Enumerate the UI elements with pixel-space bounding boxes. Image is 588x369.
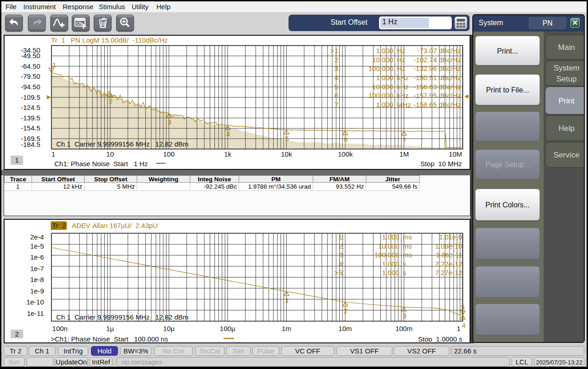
svg-text:-132.96 dBc/Hz: -132.96 dBc/Hz <box>414 65 461 72</box>
svg-text:1:: 1: <box>338 233 344 241</box>
svg-text:Stop 10 MHz: Stop 10 MHz <box>420 160 462 168</box>
svg-text:2: 2 <box>344 307 347 315</box>
svg-text:-124.5: -124.5 <box>21 103 40 111</box>
svg-text:-150.51 dBc/Hz: -150.51 dBc/Hz <box>414 74 461 81</box>
svg-text:Hz: Hz <box>397 47 405 54</box>
svg-text:Ch 1 Carrier 9.99999156 MHz: Ch 1 Carrier 9.99999156 MHz 12.82 dBm <box>56 313 188 321</box>
svg-text:5: 5 <box>285 135 289 142</box>
svg-text:-156.63 dBc/Hz: -156.63 dBc/Hz <box>414 83 461 91</box>
svg-text:1e-8: 1e-8 <box>30 276 44 283</box>
svg-text:ms: ms <box>403 251 412 259</box>
svg-text:2e-4: 2e-4 <box>30 233 44 241</box>
svg-text:ADEV Allan 167µU/ 2.43pU: ADEV Allan 167µU/ 2.43pU <box>72 222 158 229</box>
svg-text:-154.5: -154.5 <box>21 124 40 132</box>
svg-text:1.000: 1.000 <box>382 269 399 277</box>
svg-text:100.000: 100.000 <box>374 251 399 259</box>
svg-text:-73.07 dBc/Hz: -73.07 dBc/Hz <box>417 47 461 54</box>
svg-text:5: 5 <box>461 303 465 311</box>
svg-text:1.000: 1.000 <box>376 101 393 109</box>
svg-text:1:: 1: <box>334 47 340 54</box>
svg-text:10: 10 <box>106 150 114 158</box>
svg-text:3.86e-11: 3.86e-11 <box>436 251 462 259</box>
svg-text:100m: 100m <box>396 325 413 332</box>
svg-text:1.09e-10: 1.09e-10 <box>435 242 462 250</box>
svg-text:1: 1 <box>51 150 55 158</box>
svg-text:3: 3 <box>403 312 406 320</box>
svg-text:Ch 1 Carrier 9.99999156 MHz: Ch 1 Carrier 9.99999156 MHz 12.82 dBm <box>56 140 188 148</box>
svg-text:Hz: Hz <box>397 56 405 64</box>
svg-text:s: s <box>403 260 406 268</box>
svg-text:10M: 10M <box>449 150 462 158</box>
svg-text:1m: 1m <box>282 325 291 332</box>
svg-text:5:: 5: <box>338 269 344 277</box>
svg-text:100µ: 100µ <box>220 325 235 332</box>
svg-text:10µ: 10µ <box>163 325 175 332</box>
svg-text:-184.5: -184.5 <box>21 141 40 148</box>
svg-text:4: 4 <box>226 130 230 138</box>
svg-text:MHz: MHz <box>397 101 411 109</box>
svg-text:100.000: 100.000 <box>369 92 393 99</box>
svg-text:6:: 6: <box>334 92 340 99</box>
svg-text:1: 1 <box>53 61 56 69</box>
svg-text:-64.50: -64.50 <box>21 62 40 70</box>
svg-text:4:: 4: <box>334 74 340 81</box>
svg-text:2:: 2: <box>338 242 344 250</box>
svg-text:2: 2 <box>15 330 19 338</box>
svg-text:1e-10: 1e-10 <box>27 298 44 306</box>
svg-text:-109.5: -109.5 <box>21 93 40 101</box>
svg-text:1e-9: 1e-9 <box>30 287 44 295</box>
svg-text:Tr 1 PN LogM 15.00dB/ -110: Tr 1 PN LogM 15.00dB/ -110dBc/Hz <box>51 36 168 44</box>
svg-text:1e-5: 1e-5 <box>30 242 44 250</box>
svg-text:-158.65 dBc/Hz: -158.65 dBc/Hz <box>414 101 461 109</box>
svg-text:4:: 4: <box>338 260 344 268</box>
svg-text:10m: 10m <box>338 325 352 332</box>
svg-text:10.000: 10.000 <box>372 83 393 91</box>
svg-text:7:: 7: <box>334 101 340 109</box>
svg-text:1e-11: 1e-11 <box>27 309 44 317</box>
svg-text:2:: 2: <box>334 56 340 64</box>
svg-text:kHz: kHz <box>397 74 409 81</box>
svg-text:6: 6 <box>344 136 347 143</box>
svg-text:-157.95 dBc/Hz: -157.95 dBc/Hz <box>414 92 461 99</box>
svg-text:3:: 3: <box>334 65 340 72</box>
svg-text:3: 3 <box>168 118 171 126</box>
svg-text:100.000: 100.000 <box>369 65 393 72</box>
svg-text:7.27e-12: 7.27e-12 <box>435 260 462 268</box>
svg-text:4: 4 <box>462 321 465 329</box>
svg-text:kHz: kHz <box>397 83 409 91</box>
svg-text:3:: 3: <box>338 251 344 259</box>
svg-text:1k: 1k <box>224 150 231 158</box>
svg-text:1e-7: 1e-7 <box>30 265 44 272</box>
svg-text:10.000: 10.000 <box>378 242 399 250</box>
svg-text:5:: 5: <box>334 83 340 91</box>
svg-text:Stop 1.0000 s: Stop 1.0000 s <box>418 335 462 342</box>
svg-text:1: 1 <box>457 325 460 332</box>
svg-text:Hz: Hz <box>397 65 405 72</box>
svg-text:1.000: 1.000 <box>376 47 393 54</box>
svg-text:>: > <box>334 269 338 277</box>
svg-text:100: 100 <box>163 150 175 158</box>
svg-text:1: 1 <box>285 296 289 304</box>
svg-text:1µ: 1µ <box>106 325 114 332</box>
svg-text:7: 7 <box>403 136 406 144</box>
svg-text:1M: 1M <box>399 150 409 158</box>
svg-text:-49.50: -49.50 <box>21 52 40 60</box>
svg-text:s: s <box>403 269 406 277</box>
svg-text:1.000: 1.000 <box>382 233 399 241</box>
svg-text:Ch1: Phase Noise Start 1 Hz: Ch1: Phase Noise Start 1 Hz <box>54 160 148 168</box>
svg-text:10.000: 10.000 <box>372 56 393 64</box>
svg-text:1.000: 1.000 <box>376 74 393 81</box>
svg-text:-79.50: -79.50 <box>21 72 40 80</box>
svg-text:ms: ms <box>403 233 412 241</box>
svg-text:Tr 2: Tr 2 <box>52 222 66 229</box>
svg-text:-139.5: -139.5 <box>21 114 40 122</box>
svg-text:7.27e-12: 7.27e-12 <box>435 269 462 277</box>
svg-text:100k: 100k <box>338 150 353 158</box>
svg-text:-102.74 dBc/Hz: -102.74 dBc/Hz <box>414 56 461 64</box>
svg-text:1.01e-9: 1.01e-9 <box>439 233 462 241</box>
svg-text:>: > <box>330 47 334 54</box>
svg-text:Ch: Ch <box>76 21 82 26</box>
svg-text:>Ch1: Phase Noise Start 100: >Ch1: Phase Noise Start 100.000 ns <box>51 335 168 342</box>
svg-text:1: 1 <box>15 156 19 164</box>
svg-text:1.000: 1.000 <box>382 260 399 268</box>
